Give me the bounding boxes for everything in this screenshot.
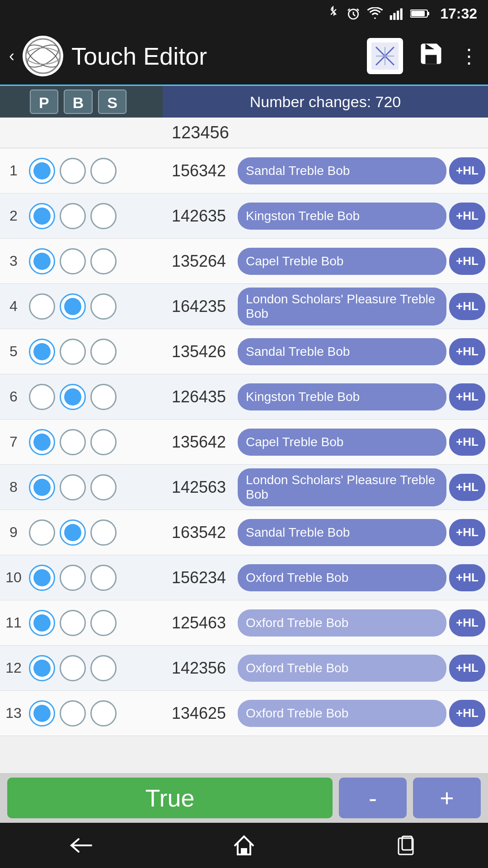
radio-b-2[interactable] xyxy=(60,203,86,229)
method-name-1[interactable]: Sandal Treble Bob xyxy=(238,157,446,184)
plus-button[interactable]: + xyxy=(413,778,481,818)
svg-rect-6 xyxy=(427,12,429,15)
method-name-5[interactable]: Sandal Treble Bob xyxy=(238,338,446,365)
radio-b-10[interactable] xyxy=(60,565,86,591)
row-changes-8: 142563 xyxy=(163,478,235,497)
svg-rect-1 xyxy=(390,15,392,20)
radio-b-5[interactable] xyxy=(60,339,86,365)
col-header-b[interactable]: B xyxy=(64,90,93,114)
hl-button-9[interactable]: +HL xyxy=(449,519,485,546)
signal-icon xyxy=(389,7,404,20)
method-name-10[interactable]: Oxford Treble Bob xyxy=(238,564,446,591)
method-name-6[interactable]: Kingston Treble Bob xyxy=(238,383,446,410)
svg-rect-2 xyxy=(394,13,396,20)
radio-s-3[interactable] xyxy=(90,248,117,274)
overflow-menu-button[interactable]: ⋮ xyxy=(459,44,479,67)
radio-p-8[interactable] xyxy=(29,474,55,500)
radio-p-9[interactable] xyxy=(29,519,55,546)
radio-p-13[interactable] xyxy=(29,700,55,726)
radio-s-9[interactable] xyxy=(90,519,117,546)
table-row: 2 142635 Kingston Treble Bob +HL xyxy=(0,193,488,239)
method-name-7[interactable]: Capel Treble Bob xyxy=(238,429,446,456)
home-nav-button[interactable] xyxy=(217,830,271,861)
table-row: 5 135426 Sandal Treble Bob +HL xyxy=(0,329,488,374)
radio-s-4[interactable] xyxy=(90,293,117,320)
method-name-4[interactable]: London Scholars' Pleasure Treble Bob xyxy=(238,288,446,326)
row-number-10: 10 xyxy=(0,569,27,586)
true-button[interactable]: True xyxy=(7,778,333,818)
radio-p-2[interactable] xyxy=(29,203,55,229)
radio-p-1[interactable] xyxy=(29,158,55,184)
back-nav-button[interactable] xyxy=(54,830,108,861)
radio-s-11[interactable] xyxy=(90,610,117,636)
radio-b-11[interactable] xyxy=(60,610,86,636)
hl-button-3[interactable]: +HL xyxy=(449,248,485,275)
hl-button-7[interactable]: +HL xyxy=(449,429,485,456)
radio-p-5[interactable] xyxy=(29,339,55,365)
radio-p-3[interactable] xyxy=(29,248,55,274)
radio-p-11[interactable] xyxy=(29,610,55,636)
method-name-8[interactable]: London Scholars' Pleasure Treble Bob xyxy=(238,468,446,506)
hl-button-12[interactable]: +HL xyxy=(449,655,485,682)
radio-b-9[interactable] xyxy=(60,519,86,546)
app-bar: ‹ Touch Editor ⋮ xyxy=(0,27,488,86)
hl-button-8[interactable]: +HL xyxy=(449,474,485,501)
table-row: 6 126435 Kingston Treble Bob +HL xyxy=(0,374,488,420)
start-number: 123456 xyxy=(163,123,229,142)
hl-button-4[interactable]: +HL xyxy=(449,293,485,320)
back-button[interactable]: ‹ xyxy=(9,47,14,66)
column-headers: P B S Number changes: 720 xyxy=(0,86,488,118)
radio-b-4[interactable] xyxy=(60,293,86,320)
radio-s-13[interactable] xyxy=(90,700,117,726)
recents-nav-button[interactable] xyxy=(380,830,434,861)
method-name-13[interactable]: Oxford Treble Bob xyxy=(238,700,446,727)
minus-button[interactable]: - xyxy=(339,778,407,818)
radio-p-12[interactable] xyxy=(29,655,55,681)
hl-button-10[interactable]: +HL xyxy=(449,564,485,591)
table-row: 7 135642 Capel Treble Bob +HL xyxy=(0,420,488,465)
method-name-2[interactable]: Kingston Treble Bob xyxy=(238,203,446,230)
hl-button-11[interactable]: +HL xyxy=(449,609,485,637)
matrix-button[interactable] xyxy=(367,38,403,74)
radio-b-8[interactable] xyxy=(60,474,86,500)
pbs-group-1 xyxy=(27,158,163,184)
row-number-5: 5 xyxy=(0,343,27,360)
col-header-p[interactable]: P xyxy=(30,90,58,114)
radio-p-6[interactable] xyxy=(29,384,55,410)
bluetooth-icon xyxy=(327,5,340,22)
col-header-s[interactable]: S xyxy=(98,90,127,114)
radio-b-7[interactable] xyxy=(60,429,86,455)
row-changes-4: 164235 xyxy=(163,297,235,316)
method-name-3[interactable]: Capel Treble Bob xyxy=(238,248,446,275)
radio-b-12[interactable] xyxy=(60,655,86,681)
radio-b-6[interactable] xyxy=(60,384,86,410)
radio-s-7[interactable] xyxy=(90,429,117,455)
radio-s-12[interactable] xyxy=(90,655,117,681)
radio-s-1[interactable] xyxy=(90,158,117,184)
pbs-group-12 xyxy=(27,655,163,681)
method-name-12[interactable]: Oxford Treble Bob xyxy=(238,655,446,682)
app-bar-actions: ⋮ xyxy=(367,38,479,74)
save-button[interactable] xyxy=(418,40,445,72)
pbs-group-13 xyxy=(27,700,163,726)
radio-s-2[interactable] xyxy=(90,203,117,229)
status-bar: 17:32 xyxy=(0,0,488,27)
radio-p-4[interactable] xyxy=(29,293,55,320)
hl-button-1[interactable]: +HL xyxy=(449,157,485,184)
hl-button-2[interactable]: +HL xyxy=(449,203,485,230)
hl-button-5[interactable]: +HL xyxy=(449,338,485,365)
method-name-11[interactable]: Oxford Treble Bob xyxy=(238,609,446,637)
radio-b-13[interactable] xyxy=(60,700,86,726)
radio-p-10[interactable] xyxy=(29,565,55,591)
radio-s-10[interactable] xyxy=(90,565,117,591)
method-name-9[interactable]: Sandal Treble Bob xyxy=(238,519,446,546)
radio-s-8[interactable] xyxy=(90,474,117,500)
hl-button-13[interactable]: +HL xyxy=(449,700,485,727)
pbs-group-11 xyxy=(27,610,163,636)
radio-s-5[interactable] xyxy=(90,339,117,365)
radio-b-3[interactable] xyxy=(60,248,86,274)
radio-b-1[interactable] xyxy=(60,158,86,184)
radio-p-7[interactable] xyxy=(29,429,55,455)
hl-button-6[interactable]: +HL xyxy=(449,383,485,410)
radio-s-6[interactable] xyxy=(90,384,117,410)
